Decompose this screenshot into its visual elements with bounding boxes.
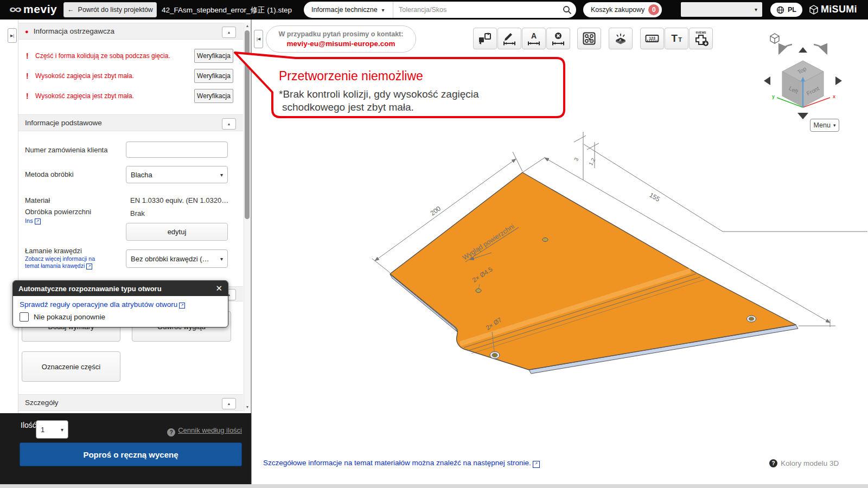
scroll-down-arrow[interactable]: ▼ (244, 405, 251, 409)
edit-dimension-button[interactable] (497, 28, 521, 49)
exclamation-icon: ! (26, 92, 29, 100)
svg-text:A: A (531, 31, 537, 40)
text-dimension-icon: A (527, 31, 541, 46)
misumi-cube-icon (809, 5, 818, 15)
material-value: EN 1.0330 equiv. (EN 1.0320… (130, 196, 233, 204)
surface-note: Wygląd powierzchni (461, 221, 519, 262)
viewcube-menu-button[interactable]: Menu▾ (810, 119, 839, 132)
cart-label: Koszyk zakupowy (591, 6, 644, 14)
svg-text:Wygląd powierzchni: Wygląd powierzchni (461, 222, 516, 261)
cart-button[interactable]: Koszyk zakupowy 0 (583, 2, 662, 17)
quote-footer: Ilość 1 ▾ ?Cennik według ilości Poproś o… (0, 413, 251, 484)
back-to-projects-button[interactable]: ← Powrót do listy projektów (63, 2, 157, 17)
quantity-label: Ilość (21, 421, 36, 429)
sidebar-scrollbar-thumb[interactable] (245, 30, 250, 219)
text-tool-icon: TT (669, 31, 684, 46)
replace-part-button[interactable] (473, 28, 497, 49)
svg-text:T: T (671, 33, 678, 44)
viewcube-front-face[interactable] (803, 72, 824, 107)
contact-email[interactable]: meviy-eu@misumi-europe.com (266, 40, 416, 48)
order-number-input[interactable] (126, 142, 228, 158)
viewcube-top-face[interactable] (782, 61, 824, 82)
rotate-left-arrow[interactable] (779, 44, 792, 54)
verify-button[interactable]: Weryfikacja (194, 89, 233, 103)
part-marking-button[interactable]: Oznaczenie części (22, 351, 120, 382)
meviy-logo[interactable]: ∞ meviy (11, 2, 57, 17)
scroll-up-arrow[interactable]: ▲ (244, 24, 251, 28)
svg-text:A: A (618, 38, 622, 42)
text-tool-button[interactable]: TT (665, 28, 688, 49)
quantity-value: 1 (41, 426, 59, 434)
material-label: Materiał (25, 196, 50, 204)
collapse-details-button[interactable]: ▲ (222, 398, 236, 409)
callout-body-line1: *Brak kontroli kolizji, gdy wysokość zag… (279, 88, 479, 100)
edge-break-info-link[interactable]: Zobacz więcej informacji na (25, 255, 95, 262)
text-dimension-button[interactable]: A (522, 28, 546, 49)
order-number-label: Numer zamówienia klienta (25, 146, 107, 154)
hole-rules-link[interactable]: Sprawdź reguły operacyjne dla atrybutów … (20, 300, 221, 309)
sheet-metal-part[interactable] (390, 172, 798, 374)
delete-dimension-button[interactable] (546, 28, 570, 49)
back-arrow-icon: ← (67, 6, 74, 14)
quantity-select[interactable]: 1 ▾ (36, 420, 68, 439)
popup-title: Automatyczne rozpoznawanie typu otworu (18, 285, 162, 293)
language-button[interactable]: PL (770, 3, 802, 17)
collapse-warning-button[interactable]: ▲ (222, 27, 236, 38)
engraving-button[interactable]: A (609, 28, 633, 49)
ins-link[interactable]: Ins↗ (25, 217, 41, 224)
dont-show-again-checkbox[interactable] (20, 312, 29, 322)
request-quote-button[interactable]: Poproś o ręczną wycenę (20, 442, 242, 466)
rotate-up-arrow[interactable] (799, 47, 807, 53)
back-button-label: Powrót do listy projektów (78, 6, 153, 14)
method-value: Blacha (131, 171, 218, 179)
collapse-basic-info-button[interactable]: ▲ (222, 118, 236, 130)
part-top-face[interactable] (390, 172, 796, 370)
hole-recognition-button[interactable] (577, 28, 601, 49)
hole-small[interactable] (542, 238, 548, 242)
meviy-swoosh-icon: ∞ (9, 2, 22, 17)
hole-large[interactable] (747, 316, 756, 322)
svg-text:6VIEWS: 6VIEWS (696, 31, 707, 34)
panel-expand-icon: ▶| (10, 34, 14, 38)
cube-outline-icon[interactable] (770, 34, 779, 43)
close-icon[interactable]: ✕ (215, 284, 222, 293)
viewcube-gizmo[interactable]: Top Left Front y x (764, 34, 842, 119)
exclamation-icon: ! (26, 52, 29, 60)
materials-info-link[interactable]: Szczegółowe informacje na temat materiał… (263, 459, 540, 468)
popup-header: Automatyczne rozpoznawanie typu otworu ✕ (13, 281, 228, 296)
sidebar-collapse-handle[interactable]: |◀ (254, 30, 263, 48)
details-title: Szczegóły (25, 399, 59, 407)
method-select[interactable]: Blacha ▾ (126, 166, 228, 183)
rotate-down-arrow[interactable] (797, 113, 808, 119)
edge-break-info-link[interactable]: temat łamania krawędzi↗ (25, 262, 92, 269)
search-input[interactable] (393, 6, 558, 14)
external-link-icon: ↗ (533, 461, 540, 468)
callout-body-line2: schodkowego jest zbyt mała. (282, 101, 414, 113)
edit-button[interactable]: edytuj (126, 223, 228, 241)
pricing-link[interactable]: ?Cennik według ilości (136, 426, 242, 436)
axis-y-label: y (772, 94, 775, 99)
edge-break-select[interactable]: Bez obróbki krawędzi (… ▾ (126, 249, 228, 268)
rotate-left-step-arrow[interactable] (764, 76, 770, 85)
rotate-right-step-arrow[interactable] (835, 76, 842, 85)
rotate-right-arrow[interactable] (814, 44, 827, 54)
warning-row: ! Wysokość zagięcia jest zbyt mała. Wery… (18, 89, 243, 103)
delete-dimension-icon (551, 31, 565, 46)
viewcube-left-face[interactable] (782, 72, 803, 107)
header-select[interactable]: ▾ (681, 2, 762, 17)
search-category-select[interactable]: Informacje techniczne ▾ (304, 2, 393, 18)
hole-small[interactable] (476, 289, 481, 293)
search-icon[interactable] (558, 5, 576, 15)
hole-large[interactable] (490, 352, 500, 359)
panel-collapse-icon: |◀ (257, 37, 260, 41)
six-views-button[interactable]: 6VIEWS (689, 28, 713, 49)
model-colors-info[interactable]: ? Kolory modelu 3D (769, 459, 839, 467)
verify-button[interactable]: Weryfikacja (194, 49, 233, 63)
dim-155: 155 (648, 191, 662, 203)
basic-info-section-header: Informacje podstawowe ▲ (18, 114, 243, 131)
sidebar-expand-handle[interactable]: ▶| (8, 28, 17, 43)
measure-button[interactable]: 123 (640, 28, 664, 49)
axis-x (803, 98, 830, 107)
verify-button[interactable]: Weryfikacja (194, 69, 233, 83)
hole-callout-small: 2× Ø4.5 (471, 266, 494, 284)
